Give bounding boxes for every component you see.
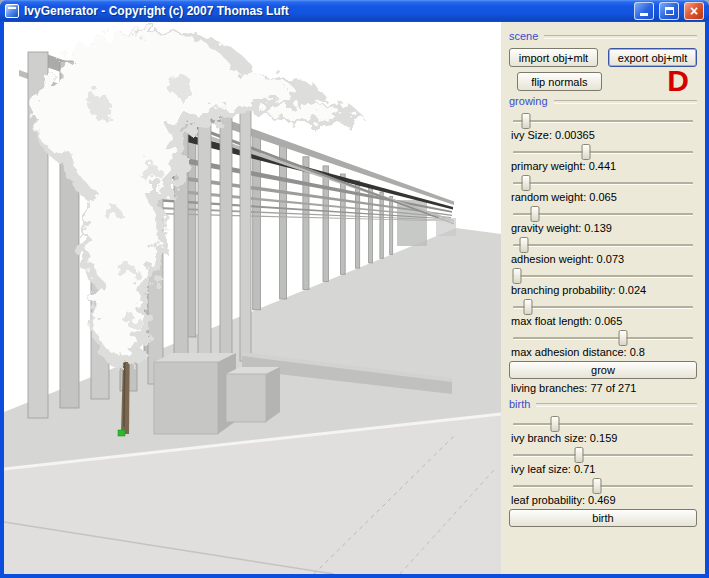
slider-track <box>513 182 693 185</box>
section-divider <box>536 403 697 407</box>
maximize-button[interactable] <box>659 2 679 20</box>
slider-thumb[interactable] <box>575 447 584 463</box>
birth-header-label: birth <box>509 398 530 410</box>
random-weight-label: random weight: 0.065 <box>511 191 695 203</box>
viewport-3d[interactable] <box>4 22 501 574</box>
adhesion-weight-label: adhesion weight: 0.073 <box>511 253 695 265</box>
gravity-weight-label: gravity weight: 0.139 <box>511 222 695 234</box>
slider-thumb[interactable] <box>512 268 521 284</box>
primary-weight-label: primary weight: 0.441 <box>511 160 695 172</box>
branching-probability-label: branching probability: 0.024 <box>511 284 695 296</box>
ivy-leaf-size-slider[interactable] <box>511 447 695 463</box>
close-button[interactable]: × <box>684 2 704 20</box>
scene-3d <box>4 22 501 574</box>
ivy-branch-size-slider[interactable] <box>511 416 695 432</box>
import-obj-button[interactable]: import obj+mlt <box>509 48 598 67</box>
branching-probability-slider[interactable] <box>511 268 695 284</box>
living-branches-status: living branches: 77 of 271 <box>511 382 695 394</box>
slider-track <box>513 213 693 216</box>
flip-normals-button[interactable]: flip normals <box>517 72 602 91</box>
scene-header-label: scene <box>509 30 538 42</box>
slider-thumb[interactable] <box>530 206 539 222</box>
debug-letter: D <box>667 66 689 96</box>
slider-thumb[interactable] <box>551 416 560 432</box>
slider-thumb[interactable] <box>519 237 528 253</box>
max-adhesion-distance-label: max adhesion distance: 0.8 <box>511 346 695 358</box>
minimize-icon <box>640 13 648 16</box>
window-title: IvyGenerator - Copyright (c) 2007 Thomas… <box>24 4 629 18</box>
maximize-icon <box>665 7 674 15</box>
leaf-probability-slider[interactable] <box>511 478 695 494</box>
ivy-size-label: ivy Size: 0.00365 <box>511 129 695 141</box>
grow-button[interactable]: grow <box>509 361 697 379</box>
max-adhesion-distance-slider[interactable] <box>511 330 695 346</box>
adhesion-weight-slider[interactable] <box>511 237 695 253</box>
slider-track <box>513 337 693 340</box>
slider-track <box>513 306 693 309</box>
close-icon: × <box>690 4 698 18</box>
slider-thumb[interactable] <box>582 144 591 160</box>
minimize-button[interactable] <box>634 2 654 20</box>
title-bar[interactable]: IvyGenerator - Copyright (c) 2007 Thomas… <box>0 0 709 22</box>
slider-thumb[interactable] <box>523 299 532 315</box>
random-weight-slider[interactable] <box>511 175 695 191</box>
scene-section-header: scene <box>509 30 697 42</box>
birth-section-header: birth <box>509 398 697 410</box>
birth-button[interactable]: birth <box>509 509 697 527</box>
slider-track <box>513 275 693 278</box>
slider-track <box>513 454 693 457</box>
leaf-probability-label: leaf probability: 0.469 <box>511 494 695 506</box>
growing-header-label: growing <box>509 95 548 107</box>
slider-track <box>513 485 693 488</box>
app-window: IvyGenerator - Copyright (c) 2007 Thomas… <box>0 0 709 578</box>
max-float-length-slider[interactable] <box>511 299 695 315</box>
ivy-leaf-size-label: ivy leaf size: 0.71 <box>511 463 695 475</box>
slider-thumb[interactable] <box>619 330 628 346</box>
slider-thumb[interactable] <box>593 478 602 494</box>
slider-track <box>513 120 693 123</box>
section-divider <box>554 100 697 104</box>
control-panel: scene import obj+mlt export obj+mlt flip… <box>501 22 705 574</box>
slider-track <box>513 151 693 154</box>
gravity-weight-slider[interactable] <box>511 206 695 222</box>
section-divider <box>544 35 697 39</box>
slider-track <box>513 244 693 247</box>
max-float-length-label: max float length: 0.065 <box>511 315 695 327</box>
slider-thumb[interactable] <box>521 175 530 191</box>
app-icon <box>5 4 19 18</box>
primary-weight-slider[interactable] <box>511 144 695 160</box>
ivy-size-slider[interactable] <box>511 113 695 129</box>
client-area: scene import obj+mlt export obj+mlt flip… <box>4 22 705 574</box>
ivy-branch-size-label: ivy branch size: 0.159 <box>511 432 695 444</box>
slider-thumb[interactable] <box>521 113 530 129</box>
slider-track <box>513 423 693 426</box>
